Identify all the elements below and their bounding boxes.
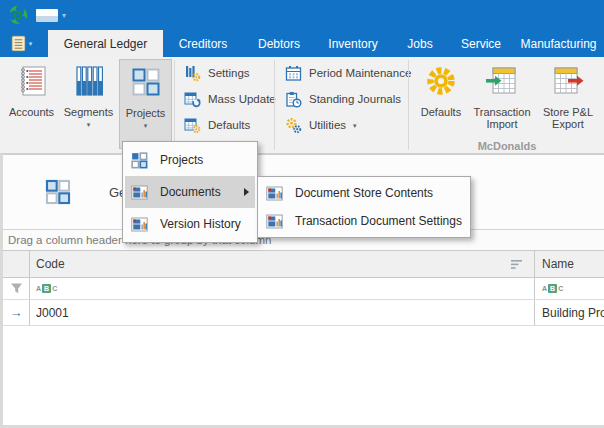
ribbon-tab-bar: ▾ General Ledger Creditors Debtors Inven…: [0, 30, 604, 57]
defaults-icon: [184, 117, 201, 134]
projects-small-icon: [131, 152, 148, 169]
filter-funnel-icon: [10, 282, 23, 295]
settings-button[interactable]: Settings: [178, 60, 282, 86]
projects-dropdown-menu: Projects Documents Version History: [122, 141, 258, 243]
menu-item-document-store-contents-label: Document Store Contents: [295, 186, 433, 200]
mass-update-icon: [184, 91, 201, 108]
column-header-name[interactable]: Name: [535, 251, 604, 277]
ribbon-separator: [174, 60, 175, 150]
name-value: Building Proje: [542, 306, 604, 320]
transaction-import-label: Transaction Import: [470, 106, 534, 130]
utilities-gears-icon: [285, 117, 302, 134]
grid-filter-row: ABC ABC: [3, 278, 604, 300]
menu-item-transaction-document-settings-label: Transaction Document Settings: [295, 214, 462, 228]
menu-item-documents[interactable]: Documents: [125, 176, 255, 208]
filter-cell-code[interactable]: ABC: [30, 278, 535, 299]
document-chart-icon: [266, 185, 283, 202]
quick-access-button[interactable]: [36, 9, 58, 22]
column-header-code[interactable]: Code: [30, 251, 535, 277]
quick-access-caret-icon[interactable]: ▾: [62, 9, 66, 22]
settings-icon: [184, 65, 201, 82]
standing-journals-label: Standing Journals: [309, 93, 401, 105]
header-indicator-cell: [3, 251, 30, 277]
journal-icon: [10, 35, 27, 52]
title-bar: ▾: [0, 0, 604, 30]
store-pl-export-icon: [551, 64, 585, 98]
application-menu-caret-icon: ▾: [29, 40, 33, 47]
documents-submenu: Document Store Contents Transaction Docu…: [257, 176, 471, 238]
submenu-arrow-icon: [244, 188, 249, 196]
filter-cell-name[interactable]: ABC: [535, 278, 604, 299]
mcd-defaults-label: Defaults: [421, 106, 461, 118]
ribbon-separator: [274, 60, 275, 150]
standing-journals-button[interactable]: Standing Journals: [279, 86, 417, 112]
defaults-button[interactable]: Defaults: [178, 112, 282, 138]
period-maintenance-calendar-icon: [285, 65, 302, 82]
ribbon-group-mcdonalds: Defaults Transaction Import: [410, 57, 604, 154]
abc-filter-icon: ABC: [36, 284, 57, 293]
document-chart-icon: [131, 184, 148, 201]
mass-update-label: Mass Update: [208, 93, 276, 105]
cell-code[interactable]: J0001: [30, 300, 535, 325]
yellow-gear-icon: [424, 64, 458, 98]
accounts-notebook-icon: [15, 64, 49, 98]
projects-label: Projects: [126, 107, 166, 119]
segments-dropdown-caret-icon: ▾: [87, 121, 91, 128]
tab-general-ledger[interactable]: General Ledger: [48, 30, 163, 57]
document-chart-icon: [266, 213, 283, 230]
tab-jobs[interactable]: Jobs: [391, 30, 449, 57]
row-indicator-cell: →: [3, 300, 30, 325]
app-logo-icon: [7, 4, 29, 26]
mcd-defaults-button[interactable]: Defaults: [415, 59, 467, 149]
transaction-import-icon: [485, 64, 519, 98]
store-pl-export-button[interactable]: Store P&L Export: [537, 59, 599, 149]
transaction-import-button[interactable]: Transaction Import: [470, 59, 534, 149]
tab-manufacturing[interactable]: Manufacturing: [513, 30, 604, 57]
utilities-label: Utilities: [309, 119, 346, 131]
segments-bars-icon: [72, 64, 106, 98]
ribbon: Accounts Segments ▾ Projects ▾: [0, 57, 604, 154]
menu-item-transaction-document-settings[interactable]: Transaction Document Settings: [260, 207, 468, 235]
menu-item-projects-label: Projects: [160, 153, 203, 167]
defaults-label: Defaults: [208, 119, 250, 131]
menu-item-version-history-label: Version History: [160, 217, 241, 231]
utilities-button[interactable]: Utilities ▾: [279, 112, 417, 138]
general-ledger-projects-icon: [43, 177, 73, 207]
tab-creditors[interactable]: Creditors: [163, 30, 243, 57]
projects-button[interactable]: Projects ▾: [119, 59, 172, 149]
code-header-label: Code: [36, 257, 65, 271]
tab-service[interactable]: Service: [449, 30, 513, 57]
tab-debtors[interactable]: Debtors: [243, 30, 315, 57]
store-pl-export-label: Store P&L Export: [537, 106, 599, 130]
tab-inventory[interactable]: Inventory: [315, 30, 391, 57]
grid-data-row[interactable]: → J0001 Building Proje: [3, 300, 604, 326]
column-sort-icon[interactable]: [510, 259, 524, 270]
cell-name[interactable]: Building Proje: [535, 300, 604, 325]
grid-header-row: Code Name: [3, 250, 604, 278]
projects-dropdown-caret-icon: ▾: [144, 122, 148, 129]
accounts-label: Accounts: [9, 106, 54, 118]
code-value: J0001: [36, 306, 69, 320]
name-header-label: Name: [542, 257, 574, 271]
abc-filter-icon: ABC: [542, 284, 563, 293]
menu-item-document-store-contents[interactable]: Document Store Contents: [260, 179, 468, 207]
accounts-button[interactable]: Accounts: [5, 59, 58, 149]
standing-journals-clipboard-icon: [285, 91, 302, 108]
current-row-arrow-icon: →: [10, 305, 23, 320]
application-menu-button[interactable]: ▾: [0, 30, 42, 57]
settings-label: Settings: [208, 67, 250, 79]
projects-grid: Drag a column header here to group by th…: [3, 229, 604, 425]
segments-label: Segments: [64, 106, 114, 118]
menu-item-version-history[interactable]: Version History: [125, 208, 255, 240]
segments-button[interactable]: Segments ▾: [60, 59, 117, 149]
document-chart-icon: [131, 216, 148, 233]
period-maintenance-label: Period Maintenance: [309, 67, 411, 79]
filter-indicator-cell: [3, 278, 30, 299]
mass-update-button[interactable]: Mass Update: [178, 86, 282, 112]
projects-squares-icon: [129, 65, 163, 99]
utilities-dropdown-caret-icon: ▾: [353, 122, 357, 129]
ribbon-group-label-mcdonalds: McDonalds: [410, 140, 604, 152]
menu-item-projects[interactable]: Projects: [125, 144, 255, 176]
ribbon-separator: [408, 60, 409, 150]
period-maintenance-button[interactable]: Period Maintenance: [279, 60, 417, 86]
